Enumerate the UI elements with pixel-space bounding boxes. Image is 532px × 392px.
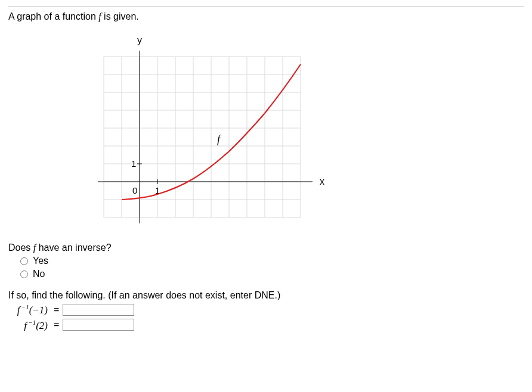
radio-row-yes[interactable]: Yes [20, 256, 524, 266]
eq-label-0: f −1(−1) [8, 303, 50, 316]
radio-no[interactable] [20, 270, 28, 278]
tick-y-1: 1 [131, 158, 136, 169]
invq-suffix: have an inverse? [36, 242, 111, 253]
answer-input-0[interactable] [63, 304, 134, 316]
followup-block: If so, find the following. (If an answer… [8, 290, 524, 331]
function-graph: y x 0 1 1 f [92, 27, 330, 235]
y-axis-label: y [137, 35, 142, 45]
eq-sign-1: = [50, 319, 63, 330]
eq-row-1: f −1(2) = [8, 319, 524, 332]
x-axis-label: x [320, 176, 324, 186]
eq-sign-0: = [50, 304, 63, 315]
radio-yes[interactable] [20, 257, 28, 265]
eq-label-1: f −1(2) [8, 319, 50, 332]
invq-prefix: Does [8, 242, 33, 253]
followup-text: If so, find the following. (If an answer… [8, 290, 524, 301]
radio-row-no[interactable]: No [20, 269, 524, 279]
answer-input-1[interactable] [63, 319, 134, 331]
origin-label: 0 [132, 185, 137, 195]
curve-label-f: f [217, 133, 222, 145]
radio-no-label: No [33, 269, 45, 279]
prompt-suffix: is given. [101, 11, 139, 21]
prompt-prefix: A graph of a function [8, 11, 98, 21]
question-container: A graph of a function f is given. [8, 6, 524, 331]
inverse-question-text: Does f have an inverse? [8, 242, 524, 253]
prompt-text: A graph of a function f is given. [8, 11, 524, 22]
eq-row-0: f −1(−1) = [8, 303, 524, 316]
inverse-question: Does f have an inverse? Yes No [8, 242, 524, 279]
axes [98, 51, 313, 223]
graph-area: y x 0 1 1 f [92, 27, 524, 235]
radio-yes-label: Yes [33, 256, 48, 266]
